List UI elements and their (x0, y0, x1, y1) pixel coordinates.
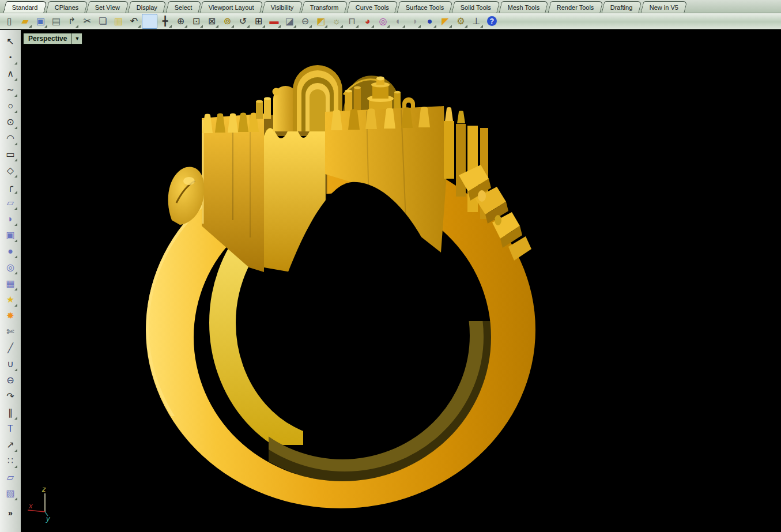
sidebar-tool-solid-tools[interactable]: ▧ (3, 486, 18, 501)
zoom-window-button[interactable]: ⊡ (188, 14, 204, 29)
zoom-window-icon: ⊡ (193, 17, 200, 26)
lights-button[interactable]: ☼ (329, 14, 344, 29)
named-view-icon: ◩ (316, 17, 325, 26)
zoom-dynamic-button[interactable]: ⊕ (173, 14, 188, 29)
shaded-viewport-button[interactable]: ◐ (391, 14, 406, 29)
rhino-window: StandardCPlanesSet ViewDisplaySelectView… (0, 0, 781, 532)
sphere-icon: ● (7, 247, 13, 256)
sidebar-tool-split[interactable]: ╱ (3, 341, 18, 356)
tab-select[interactable]: Select (165, 1, 201, 13)
new-document-button[interactable]: ▯ (2, 14, 17, 29)
axis-z-label: z (41, 485, 46, 493)
sidebar-tool-circle[interactable]: ○ (3, 99, 18, 114)
tab-standard[interactable]: Standard (3, 1, 47, 13)
set-view-icon: ⊖ (301, 17, 309, 26)
viewport-dropdown-arrow-icon[interactable]: ▼ (71, 33, 82, 44)
sidebar-tool-text[interactable]: T (3, 421, 18, 436)
sidebar-tool-offset-curve[interactable]: ∥ (3, 405, 18, 420)
sidebar-tool-rectangle[interactable]: ▭ (3, 147, 18, 162)
sidebar-tool-mesh[interactable]: ▦ (3, 276, 18, 291)
print-button[interactable]: ▤ (48, 14, 64, 29)
offset-curve-icon: ∥ (8, 408, 13, 417)
tab-visibility[interactable]: Visibility (262, 1, 303, 13)
export-button[interactable]: ↱ (64, 14, 80, 29)
viewport-title[interactable]: Perspective (24, 33, 71, 44)
sidebar-tool-ellipse[interactable]: ⊙ (3, 115, 18, 130)
undo-view-change-button[interactable]: ↺ (235, 14, 251, 29)
sidebar-tool-surface-from-curves[interactable]: ◗ (3, 212, 18, 227)
spotlight-button[interactable]: ◤ (437, 14, 453, 29)
viewport-title-tab[interactable]: Perspective ▼ (23, 33, 82, 44)
select-icon: ↖ (6, 37, 14, 46)
sidebar-tool-point[interactable]: • (3, 50, 18, 65)
spotlight-icon: ◤ (442, 17, 448, 26)
ghosted-viewport-button[interactable]: ◑ (406, 14, 422, 29)
sidebar-tool-trim[interactable]: ✄ (3, 325, 18, 339)
save-file-button[interactable]: ▣ (33, 14, 48, 29)
sidebar-tool-more-tools[interactable]: » (3, 505, 18, 520)
tab-transform[interactable]: Transform (301, 1, 348, 13)
viewport-layout-button[interactable]: ⊞ (251, 14, 266, 29)
sidebar-tool-fillet-curve[interactable]: ╭ (3, 179, 18, 194)
sidebar-tool-curve[interactable]: ∼ (3, 82, 18, 97)
tab-display[interactable]: Display (128, 1, 167, 13)
polyline-icon: ∧ (7, 69, 14, 78)
set-view-button[interactable]: ⊖ (297, 14, 313, 29)
undo-button[interactable]: ↶ (126, 14, 142, 29)
tab-new-in-v5[interactable]: New in V5 (640, 1, 687, 13)
color-wheel-button[interactable]: ◎ (375, 14, 391, 29)
sidebar-tool-box[interactable]: ▣ (3, 228, 18, 243)
tab-solid-tools[interactable]: Solid Tools (452, 1, 500, 13)
sidebar-tool-select[interactable]: ↖ (3, 34, 18, 49)
selected-tool-button[interactable] (142, 14, 157, 29)
perspective-viewport[interactable]: Perspective ▼ (21, 30, 781, 532)
copy-button[interactable]: ❏ (95, 14, 111, 29)
sidebar-tool-polygon[interactable]: ◇ (3, 163, 18, 178)
surface-corner-points-icon: ▱ (7, 198, 14, 207)
tab-drafting[interactable]: Drafting (602, 1, 642, 13)
sidebar-tool-sphere[interactable]: ● (3, 244, 18, 259)
cut-button[interactable]: ✂ (80, 14, 95, 29)
sidebar-tool-curve-boolean[interactable]: ★ (3, 292, 18, 307)
rendered-viewport-button[interactable]: ● (422, 14, 437, 29)
sidebar-tool-polyline[interactable]: ∧ (3, 66, 18, 81)
sidebar-tool-cylinder[interactable]: ◎ (3, 260, 18, 275)
more-tools-icon: » (8, 509, 13, 517)
lock-button[interactable]: ⊓ (344, 14, 360, 29)
sidebar-tool-shear[interactable]: ▱ (3, 470, 18, 485)
trim-icon: ✄ (6, 327, 14, 337)
sidebar-tool-surface-corner-points[interactable]: ▱ (3, 195, 18, 210)
open-file-icon: ▰ (21, 17, 28, 26)
pan-view-button[interactable]: ╋ (157, 14, 173, 29)
sidebar-tool-extend-curve[interactable]: ↷ (3, 389, 18, 404)
sidebar-tool-boolean-union[interactable]: ∪ (3, 357, 18, 372)
ellipse-icon: ⊙ (6, 118, 14, 127)
sidebar-tool-array[interactable]: ∷ (3, 454, 18, 469)
tab-viewport-layout[interactable]: Viewport Layout (200, 1, 263, 13)
tab-surface-tools[interactable]: Surface Tools (397, 1, 452, 13)
dimension-button[interactable]: ⊥ (469, 14, 484, 29)
tab-label: Render Tools (557, 4, 594, 11)
sidebar-tool-arc[interactable]: ◠ (3, 131, 18, 146)
render-button[interactable]: ▬ (266, 14, 282, 29)
zoom-selected-button[interactable]: ⊚ (220, 14, 235, 29)
tab-curve-tools[interactable]: Curve Tools (347, 1, 398, 13)
tab-set-view[interactable]: Set View (86, 1, 129, 13)
layers-button[interactable]: ◕ (360, 14, 375, 29)
tab-cplanes[interactable]: CPlanes (46, 1, 88, 13)
sidebar-tool-boolean-difference[interactable]: ⊖ (3, 373, 18, 388)
sidebar-tool-copy-object[interactable]: ↗ (3, 437, 18, 452)
viewport-canvas[interactable]: z x y (21, 30, 781, 532)
cplane-button[interactable]: ◪ (282, 14, 297, 29)
named-view-button[interactable]: ◩ (313, 14, 329, 29)
open-file-button[interactable]: ▰ (17, 14, 33, 29)
lock-icon: ⊓ (348, 17, 355, 26)
zoom-extents-button[interactable]: ⊠ (204, 14, 220, 29)
axis-gnomon: z x y (28, 485, 51, 523)
tab-render-tools[interactable]: Render Tools (548, 1, 603, 13)
sidebar-tool-explode[interactable]: ✸ (3, 308, 18, 323)
options-gear-button[interactable]: ⚙ (453, 14, 469, 29)
paste-button[interactable]: ▥ (111, 14, 126, 29)
tab-mesh-tools[interactable]: Mesh Tools (499, 1, 549, 13)
help-button[interactable]: ? (484, 14, 500, 29)
